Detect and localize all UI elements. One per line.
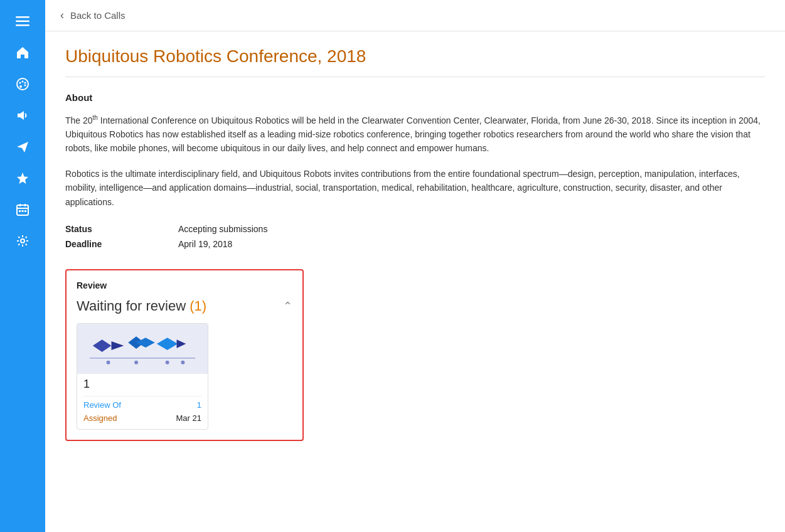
collapse-icon[interactable]: ⌃ [283,299,292,313]
desc1-pre: The 20 [65,115,93,125]
deadline-value: April 19, 2018 [178,239,232,249]
status-row: Status Accepting submissions [65,224,765,234]
waiting-title: Waiting for review (1) [77,298,206,314]
settings-icon[interactable] [9,227,36,255]
desc1-post: International Conference on Ubiquitous R… [65,115,761,154]
svg-marker-9 [17,173,28,184]
svg-point-29 [181,361,184,364]
svg-point-27 [134,361,138,364]
svg-point-6 [24,82,26,84]
menu-icon[interactable] [9,8,36,35]
waiting-count: (1) [190,298,206,314]
review-card-number: 1 [77,374,208,396]
palette-icon[interactable] [9,70,36,98]
back-arrow-icon[interactable]: ‹ [60,9,64,22]
svg-point-8 [19,85,22,88]
review-card[interactable]: 1 Review Of 1 Assigned Mar 21 [77,323,208,430]
deadline-row: Deadline April 19, 2018 [65,239,765,249]
svg-point-26 [107,361,110,364]
sidebar [0,0,45,532]
svg-rect-15 [22,210,24,212]
svg-point-17 [21,239,24,243]
calendar-icon[interactable] [9,196,36,223]
svg-rect-1 [16,21,29,23]
svg-rect-0 [16,16,29,18]
svg-rect-16 [24,210,26,212]
star-icon[interactable] [9,164,36,192]
assigned-row: Assigned Mar 21 [77,412,208,429]
svg-point-4 [19,82,21,84]
review-of-value: 1 [197,400,201,410]
svg-rect-14 [19,210,21,212]
review-of-label: Review Of [83,400,121,410]
svg-point-7 [24,85,26,87]
svg-point-3 [17,78,28,90]
svg-rect-2 [16,24,29,26]
svg-point-5 [22,81,24,83]
main-content: ‹ Back to Calls Ubiquitous Robotics Conf… [45,0,785,532]
svg-point-28 [166,361,169,364]
back-to-calls-link[interactable]: Back to Calls [70,10,125,21]
deadline-label: Deadline [65,239,178,249]
status-value: Accepting submissions [178,224,267,234]
assigned-value: Mar 21 [176,413,201,423]
page-content: Ubiquitous Robotics Conference, 2018 Abo… [45,31,785,532]
status-label: Status [65,224,178,234]
paper-plane-icon[interactable] [9,133,36,161]
about-heading: About [65,92,765,103]
description-paragraph-2: Robotics is the ultimate interdisciplina… [65,167,765,209]
review-card-image [77,324,208,374]
review-box-title: Review [77,280,292,290]
waiting-header: Waiting for review (1) ⌃ [77,298,292,314]
meta-section: Status Accepting submissions Deadline Ap… [65,224,765,249]
waiting-title-text: Waiting for review [77,298,186,314]
home-icon[interactable] [9,39,36,66]
page-header: ‹ Back to Calls [45,0,785,31]
review-of-row: Review Of 1 [77,396,208,412]
svg-rect-18 [77,324,208,373]
description-paragraph-1: The 20th International Conference on Ubi… [65,113,765,156]
desc1-sup: th [93,114,98,121]
megaphone-icon[interactable] [9,102,36,129]
review-box: Review Waiting for review (1) ⌃ [65,269,304,441]
assigned-label: Assigned [83,413,117,423]
page-title: Ubiquitous Robotics Conference, 2018 [65,46,765,77]
